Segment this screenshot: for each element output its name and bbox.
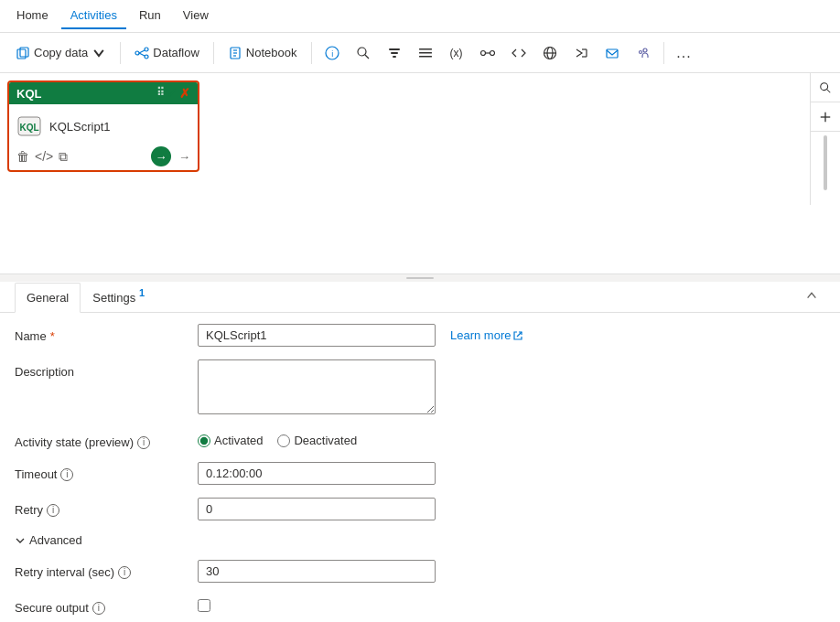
more-icon: ... [676,45,691,61]
dataflow-icon [135,46,149,60]
retry-interval-label: Retry interval (sec) i [15,560,198,579]
activity-title: KQL [16,87,41,101]
svg-text:KQL: KQL [19,123,38,133]
search-toolbar-button[interactable] [349,38,378,68]
toolbar: Copy data Dataflow Notebook i (x) [0,33,840,73]
properties-form: Name * Learn more Description A [0,313,840,622]
chevron-up-icon [805,289,818,302]
activity-header: KQL ⠿ ✓ ✗ [9,82,198,104]
external-link-icon [512,330,523,341]
collapse-panel-button[interactable] [798,282,825,312]
code-toolbar-button[interactable] [504,38,533,68]
var-icon: (x) [450,47,463,59]
activity-body: KQL KQLScript1 🗑 </> ⧉ → → [9,104,198,170]
retry-info-icon[interactable]: i [47,504,59,517]
code-icon [512,46,526,60]
tab-settings[interactable]: Settings 1 [81,283,147,312]
properties-tabs: General Settings 1 [0,282,840,313]
dataflow-button[interactable]: Dataflow [126,41,208,65]
canvas-search-button[interactable] [811,73,840,102]
activated-radio[interactable] [198,434,210,447]
activity-state-info-icon[interactable]: i [137,436,150,449]
name-row: Name * Learn more [15,324,825,347]
svg-rect-18 [419,48,432,50]
right-arrow-button[interactable]: → [178,150,190,164]
deactivated-radio-item[interactable]: Deactivated [277,434,357,447]
learn-more-link[interactable]: Learn more [450,328,523,342]
advanced-toggle[interactable]: Advanced [15,533,825,547]
nav-view[interactable]: View [174,3,218,29]
svg-rect-15 [389,48,400,50]
canvas-add-button[interactable] [811,102,840,132]
globe-toolbar-button[interactable] [535,38,565,68]
code-activity-button[interactable]: </> [35,149,53,164]
canvas-scrollbar[interactable] [811,132,840,205]
menu-toolbar-button[interactable] [411,38,440,68]
retry-input[interactable] [198,498,436,520]
delete-activity-button[interactable]: 🗑 [16,149,29,164]
svg-rect-16 [391,52,398,54]
retry-row: Retry i [15,498,825,520]
timeout-info-icon[interactable]: i [60,468,73,481]
svg-point-4 [145,55,148,59]
top-nav: Home Activities Run View [0,0,840,33]
svg-text:i: i [331,49,333,59]
more-button[interactable]: ... [670,38,699,68]
svg-rect-19 [419,52,432,54]
activity-state-control: Activated Deactivated [198,430,825,447]
copy-activity-button[interactable]: ⧉ [59,149,68,165]
var-toolbar-button[interactable]: (x) [442,38,471,68]
svg-point-2 [135,51,139,55]
header-badges: ⠿ ✓ ✗ [156,86,190,101]
activity-name-label: KQLScript1 [49,120,110,134]
description-label: Description [15,359,198,379]
toolbar-separator-2 [213,42,214,64]
arrow-toolbar-button[interactable] [566,38,596,68]
activity-action-buttons: 🗑 </> ⧉ → → [16,146,190,166]
outlook-toolbar-button[interactable] [598,38,627,68]
toolbar-separator-4 [663,42,664,64]
secure-output-checkbox[interactable] [198,599,210,612]
nav-run[interactable]: Run [130,3,170,29]
deactivated-radio[interactable] [277,434,290,447]
svg-rect-20 [419,56,432,58]
info-toolbar-button[interactable]: i [318,38,347,68]
name-control: Learn more [198,324,825,347]
description-input[interactable] [198,359,436,414]
teams-toolbar-button[interactable] [629,38,658,68]
canvas-controls [810,73,840,205]
notebook-icon [228,46,242,60]
nav-activities[interactable]: Activities [61,3,126,29]
panel-divider[interactable] [0,274,840,282]
svg-line-6 [139,53,145,56]
arrow-icon [574,46,588,60]
secure-output-row: Secure output i [15,595,825,615]
nav-home[interactable]: Home [7,3,58,29]
copy-data-button[interactable]: Copy data [7,41,114,65]
search-icon [356,46,371,60]
svg-line-5 [139,50,145,53]
filter-toolbar-button[interactable] [380,38,409,68]
svg-rect-30 [607,49,618,58]
add-on-success-button[interactable]: → [151,146,171,166]
name-input[interactable] [198,324,436,347]
svg-line-39 [517,332,522,337]
copy-data-icon [16,46,30,60]
svg-rect-17 [393,56,396,58]
activated-radio-item[interactable]: Activated [198,434,263,447]
timeout-input[interactable] [198,462,436,485]
svg-point-35 [821,82,828,90]
timeout-label: Timeout i [15,462,198,481]
notebook-button[interactable]: Notebook [220,41,306,65]
retry-interval-control [198,560,825,583]
pipeline-toolbar-button[interactable] [473,38,502,68]
name-label: Name * [15,324,198,343]
secure-output-info-icon[interactable]: i [92,602,105,615]
retry-interval-input[interactable] [198,560,436,583]
retry-interval-info-icon[interactable]: i [118,566,131,579]
retry-label: Retry i [15,498,198,517]
description-control [198,359,825,417]
properties-panel: General Settings 1 Name * Learn more [0,282,840,622]
tab-general[interactable]: General [15,283,81,313]
activity-state-radio-group: Activated Deactivated [198,430,825,447]
